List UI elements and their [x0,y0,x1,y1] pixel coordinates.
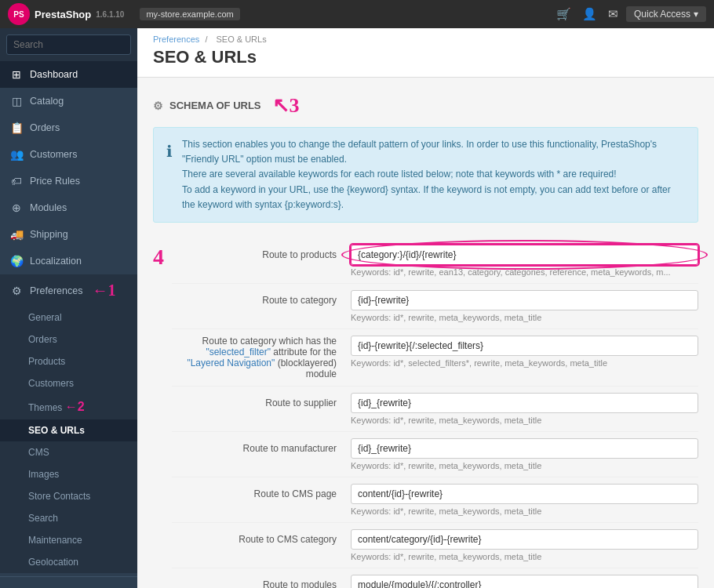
sidebar-item-preferences[interactable]: ⚙ Preferences ←1 [0,274,137,307]
submenu-item-general[interactable]: General [0,307,137,328]
route-label-cms-category: Route to CMS category [172,529,344,545]
route-label-cms-page: Route to CMS page [172,484,344,499]
submenu-item-maintenance[interactable]: Maintenance [0,529,137,551]
route-row-supplier: Route to supplier Keywords: id*, rewrite… [172,387,698,432]
sidebar-search-container [0,28,137,61]
dashboard-icon: ⊞ [9,68,24,81]
info-text-container: This section enables you to change the d… [182,137,685,212]
route-input-category-filter[interactable] [351,336,698,356]
content-body: ⚙ SCHEMA OF URLS ↖3 ℹ This section enabl… [137,78,714,588]
store-name[interactable]: my-store.example.com [140,8,239,20]
route-val-supplier: Keywords: id*, rewrite, meta_keywords, m… [351,393,698,425]
info-text-2: There are several available keywords for… [182,167,685,182]
preferences-submenu: General Orders Products Customers Themes… [0,307,137,573]
annotation-arrow-1: ←1 [92,281,115,299]
chevron-down-icon: ▾ [694,9,698,20]
route-keywords-cms-category: Keywords: id*, rewrite, meta_keywords, m… [351,552,698,561]
route-label-modules: Route to modules [172,575,344,588]
preferences-icon: ⚙ [9,285,24,297]
info-text-3: To add a keyword in your URL, use the {k… [182,183,685,212]
submenu-item-products[interactable]: Products [0,350,137,372]
sidebar-item-catalog[interactable]: ◫ Catalog [0,88,137,114]
route-keywords-category: Keywords: id*, rewrite, meta_keywords, m… [351,313,698,322]
route-keywords-cms-page: Keywords: id*, rewrite, meta_keywords, m… [351,506,698,516]
catalog-icon: ◫ [9,95,24,107]
sidebar-item-localization[interactable]: 🌍 Localization [0,248,137,274]
submenu-item-themes[interactable]: Themes ←2 [0,394,137,419]
submenu-item-geolocation[interactable]: Geolocation [0,551,137,573]
submenu-item-orders[interactable]: Orders [0,328,137,350]
route-row-manufacturer: Route to manufacturer Keywords: id*, rew… [172,432,698,477]
route-label-category: Route to category [172,290,344,306]
sidebar-label-dashboard: Dashboard [30,69,78,80]
route-val-modules: Keywords: module*, controller* [351,575,698,588]
info-text-1: This section enables you to change the d… [182,137,685,167]
sidebar-label-catalog: Catalog [30,96,64,107]
sidebar-item-price-rules[interactable]: 🏷 Price Rules [0,168,137,194]
submenu-item-seo-urls[interactable]: SEO & URLs [0,419,137,441]
route-row-modules: Route to modules Keywords: module*, cont… [172,568,698,588]
sidebar-item-modules[interactable]: ⊕ Modules [0,194,137,221]
route-table: Route to products Keywords: id*, rewrite… [172,238,698,588]
route-row-category: Route to category Keywords: id*, rewrite… [172,284,698,329]
email-icon[interactable]: ✉ [608,7,618,21]
route-input-cms-page[interactable] [351,484,698,504]
route-input-supplier[interactable] [351,393,698,413]
route-row-category-filter: Route to category which has the "selecte… [172,329,698,387]
submenu-item-search[interactable]: Search [0,507,137,529]
sidebar-label-modules: Modules [30,202,67,213]
sidebar: ⊞ Dashboard ◫ Catalog 📋 Orders 👥 Custome… [0,28,137,588]
shipping-icon: 🚚 [9,228,24,241]
sidebar-label-shipping: Shipping [30,229,68,240]
localization-icon: 🌍 [9,255,24,267]
route-input-modules[interactable] [351,575,698,588]
route-val-category: Keywords: id*, rewrite, meta_keywords, m… [351,290,698,322]
sidebar-label-customers: Customers [30,149,77,160]
route-label-supplier: Route to supplier [172,393,344,408]
price-rules-icon: 🏷 [9,175,24,187]
person-icon[interactable]: 👤 [582,7,597,21]
section-title: SCHEMA OF URLS [169,100,261,111]
orders-icon: 📋 [9,122,24,134]
route-input-manufacturer[interactable] [351,438,698,459]
route-row-cms-category: Route to CMS category Keywords: id*, rew… [172,523,698,568]
sidebar-item-advanced-parameters[interactable]: ⚙ Advanced Parameters [0,580,137,588]
sidebar-label-price-rules: Price Rules [30,176,80,187]
search-input[interactable] [6,34,131,55]
section-header: ⚙ SCHEMA OF URLS ↖3 [153,93,698,118]
route-input-cms-category[interactable] [351,529,698,550]
submenu-item-images[interactable]: Images [0,463,137,485]
annotation-arrow-2: ←2 [65,400,85,413]
sidebar-label-localization: Localization [30,256,82,267]
breadcrumb-preferences[interactable]: Preferences [153,34,199,44]
page-title: SEO & URLs [153,47,698,67]
cart-icon[interactable]: 🛒 [556,7,571,21]
logo: PS PrestaShop 1.6.1.10 [8,3,124,25]
quick-access-label: Quick Access [634,9,690,20]
route-input-category[interactable] [351,290,698,310]
sidebar-label-orders: Orders [30,122,60,133]
submenu-item-store-contacts[interactable]: Store Contacts [0,485,137,507]
content-header: Preferences / SEO & URLs SEO & URLs [137,28,714,78]
route-input-products[interactable] [351,245,698,265]
sidebar-item-dashboard[interactable]: ⊞ Dashboard [0,61,137,88]
route-val-cms-category: Keywords: id*, rewrite, meta_keywords, m… [351,529,698,561]
route-keywords-supplier: Keywords: id*, rewrite, meta_keywords, m… [351,416,698,425]
info-icon: ℹ [166,139,173,164]
sidebar-item-orders[interactable]: 📋 Orders [0,114,137,141]
annotation-3: ↖3 [272,93,300,118]
submenu-item-cms[interactable]: CMS [0,441,137,463]
sidebar-item-customers[interactable]: 👥 Customers [0,141,137,168]
logo-text: PrestaShop [35,9,91,20]
route-row-products: Route to products Keywords: id*, rewrite… [172,238,698,284]
submenu-item-customers[interactable]: Customers [0,372,137,394]
route-keywords-manufacturer: Keywords: id*, rewrite, meta_keywords, m… [351,461,698,470]
quick-access-button[interactable]: Quick Access ▾ [626,6,706,22]
breadcrumb-separator: / [205,34,207,44]
route-val-cms-page: Keywords: id*, rewrite, meta_keywords, m… [351,484,698,516]
annotation-4-container: 4 Route to products Keywords: id*, rewri… [153,238,698,588]
route-label-manufacturer: Route to manufacturer [172,438,344,454]
logo-icon: PS [8,3,30,25]
breadcrumb-seo-urls: SEO & URLs [217,34,267,44]
sidebar-item-shipping[interactable]: 🚚 Shipping [0,221,137,248]
